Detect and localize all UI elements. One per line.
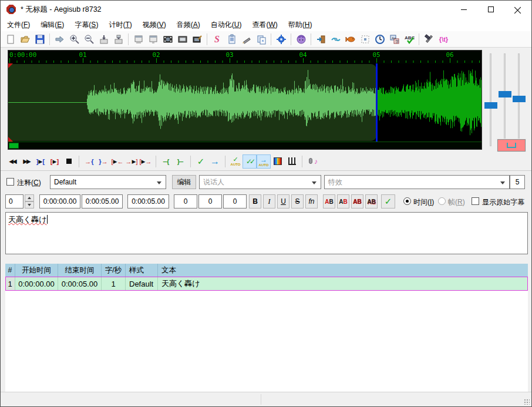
menu-subtitle[interactable]: 字幕(S) (69, 19, 103, 31)
spectrum-mode-button[interactable] (271, 154, 285, 169)
karaoke-mode-button[interactable]: ♪ (305, 154, 319, 169)
attachments-button[interactable] (146, 32, 160, 46)
layer-spin-up[interactable] (25, 194, 34, 201)
lead-in-button[interactable]: ‒{ (159, 154, 173, 169)
commit-edit-button[interactable]: ✓ (381, 194, 395, 208)
video-details-button[interactable] (160, 32, 175, 46)
timing-postprocessor-button[interactable] (372, 32, 387, 46)
effect-select[interactable]: 特效 (324, 175, 510, 189)
subtitle-text-input[interactable]: 天高く轟け (5, 212, 528, 254)
audio-waveform[interactable] (8, 63, 482, 142)
margin-vertical-input[interactable]: 0 (223, 194, 247, 208)
font-button[interactable]: fn (305, 194, 318, 208)
play-before-button[interactable]: ◀◀ (5, 154, 19, 169)
zoom-in-button[interactable] (67, 32, 82, 46)
horizontal-zoom-thumb[interactable] (484, 102, 497, 109)
resample-button[interactable] (254, 32, 268, 46)
menu-timing[interactable]: 计时(T) (103, 19, 137, 31)
auto-goto-next-button[interactable]: →AUTO (257, 154, 271, 169)
commit-pending-button[interactable] (96, 32, 111, 46)
resolution-button[interactable] (239, 32, 254, 46)
margin-right-input[interactable]: 0 (198, 194, 222, 208)
underline-button[interactable]: U (277, 194, 289, 208)
play-line-button[interactable]: [▶] (48, 154, 62, 169)
primary-color-button[interactable]: AB (323, 194, 335, 208)
minimize-button[interactable] (450, 1, 477, 18)
select-lines-button[interactable] (328, 32, 343, 46)
play-500ms-after-button[interactable]: }→ (96, 154, 110, 169)
horizontal-zoom-slider[interactable] (490, 53, 491, 146)
new-file-button[interactable] (3, 32, 18, 46)
audio-waveform-display[interactable] (8, 50, 482, 150)
menu-edit[interactable]: 编辑(E) (35, 19, 69, 31)
margin-left-input[interactable]: 0 (174, 194, 197, 208)
stop-button[interactable] (62, 154, 76, 169)
spell-list-button[interactable] (224, 32, 239, 46)
menu-view[interactable]: 查看(W) (247, 19, 282, 31)
kara-templater-button[interactable] (294, 32, 308, 46)
shift-times-button[interactable] (343, 32, 358, 46)
spell-checker-button[interactable]: ABC (402, 32, 416, 46)
menu-audio[interactable]: 音频(A) (171, 19, 206, 31)
link-zoom-volume-button[interactable] (497, 139, 526, 152)
comment-checkbox[interactable] (6, 178, 14, 186)
close-button[interactable] (504, 1, 531, 18)
actor-select[interactable]: 说话人 (199, 175, 321, 189)
outline-color-button[interactable]: AB (351, 194, 363, 208)
maximize-button[interactable] (477, 1, 504, 18)
audio-scrollbar[interactable] (8, 142, 482, 149)
transform-tag-button[interactable]: {\t} (436, 32, 451, 46)
resize-grip[interactable] (524, 399, 530, 405)
goto-selection-button[interactable]: → (208, 154, 222, 169)
secondary-color-button[interactable]: AB (337, 194, 349, 208)
time-mode-radio[interactable] (403, 197, 411, 205)
automation-button[interactable] (274, 32, 288, 46)
play-to-end-button[interactable]: [▶→ (139, 154, 153, 169)
subtitle-row-1[interactable]: 1 0:00:00.00 0:00:05.00 1 Default 天高く轟け (5, 277, 528, 291)
menu-automation[interactable]: 自动化(U) (206, 19, 247, 31)
frame-mode-radio[interactable] (438, 197, 446, 205)
layer-spin-down[interactable] (25, 201, 34, 208)
menu-file[interactable]: 文件(F) (2, 19, 35, 31)
video-script-button[interactable] (190, 32, 204, 46)
strikeout-button[interactable]: S (291, 194, 304, 208)
play-after-button[interactable]: ▶▶ (19, 154, 33, 169)
start-time-input[interactable]: 0:00:00.00 (39, 194, 80, 208)
select-visible-button[interactable] (358, 32, 372, 46)
lead-out-button[interactable]: }‒ (173, 154, 187, 169)
styles-manager-button[interactable]: S (210, 32, 224, 46)
shadow-color-button[interactable]: AB (365, 194, 378, 208)
end-time-input[interactable]: 0:00:05.00 (82, 194, 123, 208)
vertical-zoom-slider[interactable] (504, 53, 506, 146)
save-button[interactable] (32, 32, 47, 46)
italic-button[interactable]: I (263, 194, 275, 208)
commit-button[interactable]: ✓ (194, 154, 208, 169)
duration-input[interactable]: 0:00:05.00 (127, 194, 169, 208)
audio-scrollbar-thumb[interactable] (9, 143, 19, 149)
properties-button[interactable] (131, 32, 146, 46)
jump-button[interactable] (52, 32, 67, 46)
volume-thumb[interactable] (513, 96, 526, 102)
layer-input[interactable]: 0 (5, 194, 23, 208)
jump-video-button[interactable] (314, 32, 328, 46)
zoom-out-button[interactable] (82, 32, 96, 46)
waveform-mode-button[interactable] (285, 154, 299, 169)
menu-help[interactable]: 帮助(H) (283, 19, 318, 31)
show-original-checkbox[interactable] (472, 197, 479, 205)
vertical-zoom-thumb[interactable] (499, 91, 511, 97)
style-select[interactable]: Default (50, 175, 166, 189)
bold-button[interactable]: B (249, 194, 261, 208)
open-file-button[interactable] (18, 32, 32, 46)
play-first-500ms-button[interactable]: [▶← (110, 154, 124, 169)
menu-video[interactable]: 视频(V) (137, 19, 171, 31)
audio-timeline[interactable] (8, 51, 482, 63)
video-frame-button[interactable] (175, 32, 190, 46)
auto-commit-button[interactable]: ✓AUTO (228, 154, 243, 169)
options-button[interactable] (422, 32, 436, 46)
play-last-500ms-button[interactable]: →▶] (124, 154, 139, 169)
revert-pending-button[interactable] (111, 32, 126, 46)
edit-style-button[interactable]: 编辑 (172, 175, 196, 189)
auto-next-change-button[interactable]: ✓✓ (243, 154, 257, 169)
play-selection-button[interactable]: ]▶[ (33, 154, 48, 169)
play-500ms-before-button[interactable]: →{ (82, 154, 96, 169)
